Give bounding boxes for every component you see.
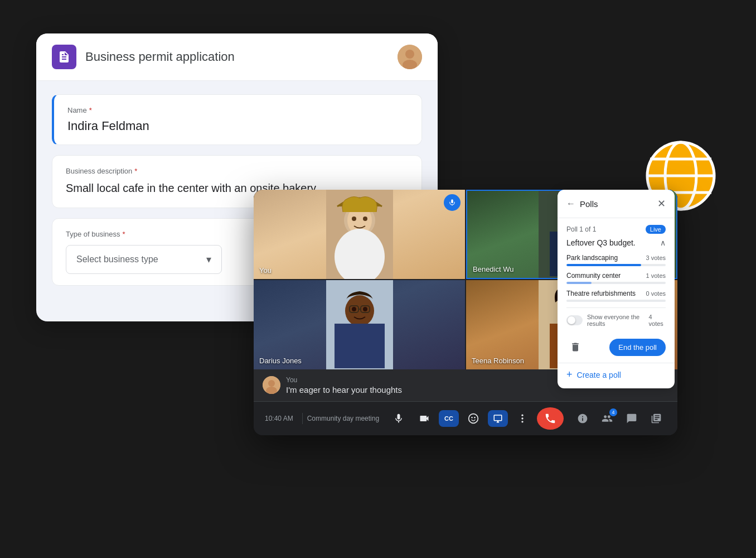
present-button[interactable]: [488, 410, 508, 427]
form-user-avatar: [398, 45, 422, 69]
required-indicator: *: [89, 106, 92, 114]
toolbar-divider: [302, 413, 303, 424]
poll-option-label-2: Community center: [566, 272, 621, 280]
name-field[interactable]: Name * Indira Feldman: [52, 94, 422, 145]
participant-label-you: You: [259, 266, 272, 275]
poll-option-park: Park landscaping 3 votes: [566, 254, 666, 266]
mic-button[interactable]: [387, 407, 410, 430]
close-icon[interactable]: ✕: [657, 198, 666, 210]
meeting-time: 10:40 AM: [265, 415, 293, 422]
show-results-toggle[interactable]: [566, 315, 583, 325]
activities-button[interactable]: [646, 408, 666, 429]
poll-bar-bg-3: [566, 300, 666, 302]
polls-header-left: ← Polls: [566, 199, 598, 209]
cc-button[interactable]: CC: [439, 410, 459, 427]
poll-option-theatre: Theatre refurbishments 0 votes: [566, 290, 666, 302]
live-badge: Live: [646, 225, 666, 234]
emoji-button[interactable]: [462, 407, 484, 430]
poll-option-votes-1: 3 votes: [646, 254, 666, 261]
collapse-icon[interactable]: ∧: [660, 238, 666, 247]
create-poll-row[interactable]: + Create a poll: [558, 363, 675, 388]
form-document-icon: [52, 45, 76, 69]
poll-option-header-2: Community center 1 votes: [566, 272, 666, 280]
form-title: Business permit application: [85, 50, 235, 64]
poll-option-votes-2: 1 votes: [646, 272, 666, 279]
poll-option-header-1: Park landscaping 3 votes: [566, 254, 666, 262]
business-type-select[interactable]: Select business type ▾: [66, 245, 222, 274]
svg-point-39: [471, 417, 473, 419]
more-options-button[interactable]: [511, 407, 534, 430]
svg-point-43: [521, 421, 523, 422]
toolbar-controls: CC: [387, 407, 564, 430]
polls-panel: ← Polls ✕ Poll 1 of 1 Live Leftover Q3 b…: [558, 190, 675, 388]
poll-option-label-1: Park landscaping: [566, 254, 618, 262]
chat-sender-avatar: [263, 376, 280, 394]
svg-point-24: [352, 307, 356, 311]
business-description-label: Business description *: [66, 167, 408, 175]
required-indicator-3: *: [123, 230, 125, 238]
toolbar-right-controls: 4: [573, 408, 666, 429]
show-results-votes: 4 votes: [649, 314, 666, 327]
required-indicator-2: *: [134, 167, 137, 175]
poll-question: Leftover Q3 budget. ∧: [566, 238, 666, 247]
polls-actions: End the poll: [558, 334, 675, 363]
participants-button[interactable]: 4: [597, 408, 617, 429]
video-tile-darius: Darius Jones: [254, 280, 465, 369]
polls-body: Poll 1 of 1 Live Leftover Q3 budget. ∧ P…: [558, 218, 675, 334]
poll-option-header-3: Theatre refurbishments 0 votes: [566, 290, 666, 297]
participant-darius-video: [254, 280, 465, 369]
video-toolbar: 10:40 AM Community day meeting CC: [254, 401, 677, 435]
poll-option-label-3: Theatre refurbishments: [566, 290, 636, 297]
show-results-left: Show everyone the results: [566, 314, 649, 327]
name-value: Indira Feldman: [67, 119, 408, 133]
svg-point-12: [352, 217, 356, 221]
participant-you-video: [254, 190, 465, 279]
svg-point-38: [469, 414, 478, 424]
form-header-left: Business permit application: [52, 45, 235, 69]
end-poll-button[interactable]: End the poll: [609, 339, 666, 356]
poll-meta: Poll 1 of 1 Live: [566, 225, 666, 234]
participant-label-benedict: Benedict Wu: [473, 265, 513, 273]
poll-bar-bg-2: [566, 282, 666, 284]
svg-point-42: [521, 417, 523, 419]
svg-rect-29: [335, 324, 385, 368]
svg-point-7: [405, 50, 414, 59]
svg-point-25: [363, 307, 367, 311]
plus-icon: +: [566, 369, 573, 381]
speaking-indicator-you: [444, 194, 461, 211]
participant-label-darius: Darius Jones: [259, 357, 302, 365]
participant-label-teena: Teena Robinson: [472, 357, 524, 365]
show-results-label: Show everyone the results: [587, 314, 649, 327]
poll-count: Poll 1 of 1: [566, 225, 596, 233]
show-results-row: Show everyone the results 4 votes: [566, 307, 666, 327]
svg-rect-15: [451, 199, 453, 203]
svg-point-41: [521, 415, 523, 416]
form-header: Business permit application: [36, 33, 438, 81]
video-tile-you: You: [254, 190, 465, 279]
info-button[interactable]: [573, 408, 593, 429]
poll-bar-fill-2: [566, 282, 592, 284]
delete-poll-button[interactable]: [566, 338, 584, 356]
create-poll-label: Create a poll: [577, 371, 621, 379]
participants-count-badge: 4: [609, 408, 617, 416]
chevron-down-icon: ▾: [206, 253, 211, 266]
name-label: Name *: [67, 106, 408, 114]
chat-button[interactable]: [622, 408, 642, 429]
polls-title: Polls: [580, 199, 598, 209]
business-type-placeholder: Select business type: [76, 254, 158, 264]
meeting-name: Community day meeting: [307, 415, 387, 422]
poll-option-votes-3: 0 votes: [646, 290, 666, 297]
svg-point-36: [268, 380, 275, 387]
polls-header: ← Polls ✕: [558, 190, 675, 218]
poll-bar-bg-1: [566, 264, 666, 266]
camera-button[interactable]: [413, 407, 435, 430]
svg-point-40: [474, 417, 476, 419]
svg-point-13: [363, 217, 367, 221]
back-arrow-icon[interactable]: ←: [566, 199, 575, 209]
end-call-button[interactable]: [537, 407, 564, 430]
poll-option-community: Community center 1 votes: [566, 272, 666, 284]
poll-bar-fill-1: [566, 264, 641, 266]
